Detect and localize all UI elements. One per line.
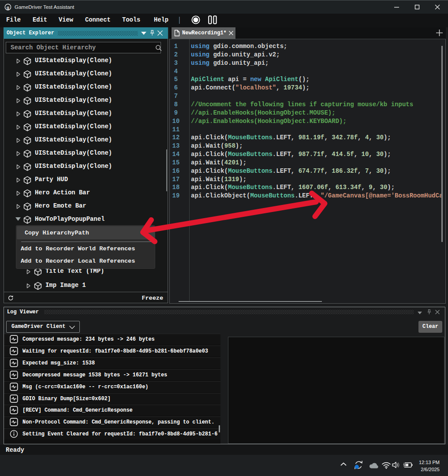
svg-text:g: g (7, 5, 9, 10)
